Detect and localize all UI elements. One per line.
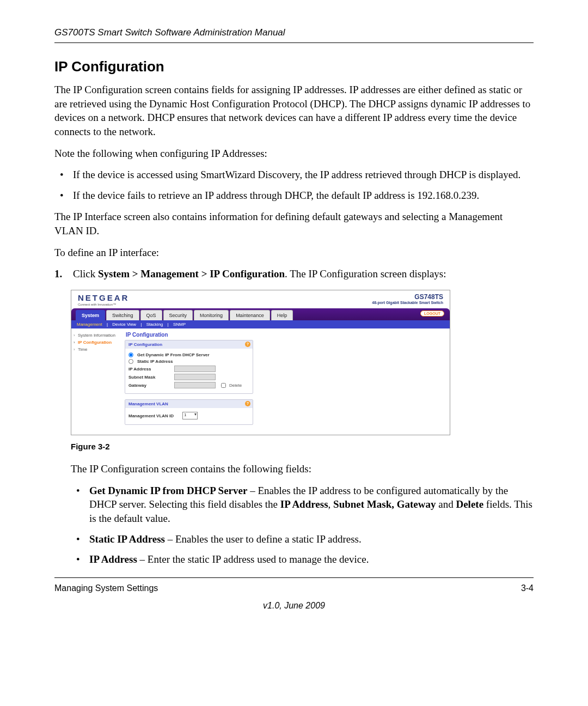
input-gateway[interactable] bbox=[174, 382, 216, 388]
panel-management-vlan: Management VLAN ? Management VLAN ID 1 bbox=[125, 399, 253, 425]
panel-ip-config: IP Configuration ? Get Dynamic IP From D… bbox=[125, 340, 253, 394]
field-bold: IP Address bbox=[280, 498, 328, 510]
radio-static[interactable] bbox=[128, 359, 133, 364]
radio-dhcp-label: Get Dynamic IP From DHCP Server bbox=[137, 352, 249, 357]
panel-body-ip: Get Dynamic IP From DHCP Server Static I… bbox=[125, 349, 253, 393]
main-tab-row: System Switching QoS Security Monitoring… bbox=[71, 308, 450, 320]
to-define-paragraph: To define an IP interface: bbox=[54, 246, 534, 260]
panel-head-text: IP Configuration bbox=[128, 342, 162, 347]
field-mid: and bbox=[436, 498, 456, 510]
steps-list: 1. Click System > Management > IP Config… bbox=[54, 267, 534, 281]
subnav-device-view[interactable]: Device View bbox=[112, 322, 136, 327]
label-subnet-mask: Subnet Mask bbox=[128, 375, 172, 380]
row-dhcp-radio: Get Dynamic IP From DHCP Server bbox=[128, 352, 249, 357]
row-gateway: Gateway Delete bbox=[128, 382, 249, 388]
label-ip-address: IP Address bbox=[128, 367, 172, 372]
footer-version: v1.0, June 2009 bbox=[54, 601, 534, 611]
sidebar-item-time[interactable]: Time bbox=[74, 346, 122, 353]
sidebar-item-ip-config[interactable]: IP Configuration bbox=[74, 339, 122, 346]
subnav-sep: | bbox=[168, 322, 169, 327]
after-bullets-paragraph: The IP Interface screen also contains in… bbox=[54, 210, 534, 238]
field-desc: – Enables the user to define a static IP… bbox=[165, 533, 362, 545]
tab-switching[interactable]: Switching bbox=[106, 310, 139, 320]
manual-header-title: GS700TS Smart Switch Software Administra… bbox=[54, 27, 534, 38]
panel-head-text: Management VLAN bbox=[128, 401, 168, 406]
section-heading: IP Configuration bbox=[54, 58, 534, 75]
main-panel-area: IP Configuration IP Configuration ? Get … bbox=[125, 328, 450, 435]
sidebar-item-system-info[interactable]: System Information bbox=[74, 332, 122, 339]
figure-screenshot: NETGEAR Connect with Innovation™ GS748TS… bbox=[71, 290, 450, 435]
field-bold: Subnet Mask, Gateway bbox=[333, 498, 436, 510]
field-item: Get Dynamic IP from DHCP Server – Enable… bbox=[71, 484, 534, 526]
footer-left: Managing System Settings bbox=[54, 583, 158, 593]
note-bullet-list: If the device is accessed using SmartWiz… bbox=[54, 168, 534, 202]
delete-checkbox-group: Delete bbox=[221, 383, 242, 388]
panel-body-mvlan: Management VLAN ID 1 bbox=[125, 408, 253, 424]
row-mvlan-id: Management VLAN ID 1 bbox=[128, 412, 249, 419]
subnav-sep: | bbox=[107, 322, 108, 327]
bullet-item: If the device is accessed using SmartWiz… bbox=[54, 168, 534, 182]
label-mvlan-id: Management VLAN ID bbox=[128, 413, 180, 418]
netgear-logo: NETGEAR Connect with Innovation™ bbox=[78, 294, 129, 306]
subnav-sep: | bbox=[140, 322, 142, 327]
screenshot-topbar: NETGEAR Connect with Innovation™ GS748TS… bbox=[71, 290, 450, 308]
input-ip-address[interactable] bbox=[174, 366, 216, 372]
sidebar: System Information IP Configuration Time bbox=[71, 328, 125, 435]
screenshot-body: System Information IP Configuration Time… bbox=[71, 328, 450, 435]
field-name: Get Dynamic IP from DHCP Server bbox=[89, 485, 247, 496]
label-gateway: Gateway bbox=[128, 383, 172, 388]
step-path: System > Management > IP Configuration bbox=[98, 268, 285, 279]
panel-head-ip: IP Configuration ? bbox=[125, 340, 253, 349]
bullet-item: If the device fails to retrieve an IP ad… bbox=[54, 188, 534, 203]
row-subnet-mask: Subnet Mask bbox=[128, 374, 249, 380]
tab-security[interactable]: Security bbox=[163, 310, 193, 320]
help-icon[interactable]: ? bbox=[245, 342, 250, 347]
product-desc: 48-port Gigabit Stackable Smart Switch bbox=[372, 301, 443, 305]
logo-text: NETGEAR bbox=[78, 293, 129, 302]
fields-intro: The IP Configuration screen contains the… bbox=[71, 462, 534, 476]
step-item: 1. Click System > Management > IP Config… bbox=[54, 267, 534, 281]
subnav-stacking[interactable]: Stacking bbox=[146, 322, 163, 327]
footer-right: 3-4 bbox=[521, 583, 534, 593]
figure-caption: Figure 3-2 bbox=[71, 442, 534, 451]
note-lead: Note the following when configuring IP A… bbox=[54, 147, 534, 161]
footer-row: Managing System Settings 3-4 bbox=[54, 583, 534, 593]
radio-dhcp[interactable] bbox=[128, 352, 133, 357]
tab-maintenance[interactable]: Maintenance bbox=[230, 310, 270, 320]
tab-qos[interactable]: QoS bbox=[140, 310, 162, 320]
header-rule bbox=[54, 42, 534, 43]
footer-rule bbox=[54, 577, 534, 578]
field-item: Static IP Address – Enables the user to … bbox=[71, 532, 534, 546]
product-model: GS748TS bbox=[372, 294, 443, 301]
step-suffix: . The IP Configuration screen displays: bbox=[285, 268, 446, 279]
row-static-radio: Static IP Address bbox=[128, 359, 249, 364]
intro-paragraph: The IP Configuration screen contains fie… bbox=[54, 83, 534, 139]
field-name: IP Address bbox=[89, 553, 137, 565]
select-mvlan-id[interactable]: 1 bbox=[182, 412, 198, 419]
tab-system[interactable]: System bbox=[76, 310, 105, 320]
page-title: IP Configuration bbox=[126, 332, 445, 338]
subnav-snmp[interactable]: SNMP bbox=[173, 322, 186, 327]
help-icon[interactable]: ? bbox=[245, 401, 250, 406]
panel-head-mvlan: Management VLAN ? bbox=[125, 400, 253, 408]
input-subnet-mask[interactable] bbox=[174, 374, 216, 380]
step-prefix: Click bbox=[73, 268, 98, 279]
checkbox-delete[interactable] bbox=[221, 383, 226, 388]
tab-help[interactable]: Help bbox=[271, 310, 293, 320]
field-item: IP Address – Enter the static IP address… bbox=[71, 552, 534, 567]
label-delete: Delete bbox=[229, 383, 242, 388]
tab-monitoring[interactable]: Monitoring bbox=[194, 310, 229, 320]
step-number: 1. bbox=[54, 267, 62, 281]
field-name: Static IP Address bbox=[89, 533, 165, 545]
row-ip-address: IP Address bbox=[128, 366, 249, 372]
field-desc: – Enter the static IP address used to ma… bbox=[137, 553, 369, 565]
logout-button[interactable]: LOGOUT bbox=[420, 311, 444, 317]
radio-static-label: Static IP Address bbox=[137, 359, 249, 364]
field-bold: Delete bbox=[456, 498, 483, 510]
product-label: GS748TS 48-port Gigabit Stackable Smart … bbox=[372, 294, 443, 305]
sub-nav: Management | Device View | Stacking | SN… bbox=[71, 320, 450, 328]
logo-tagline: Connect with Innovation™ bbox=[78, 303, 129, 306]
subnav-management[interactable]: Management bbox=[77, 322, 102, 327]
field-sep: , bbox=[328, 498, 334, 510]
fields-list: Get Dynamic IP from DHCP Server – Enable… bbox=[71, 484, 534, 567]
